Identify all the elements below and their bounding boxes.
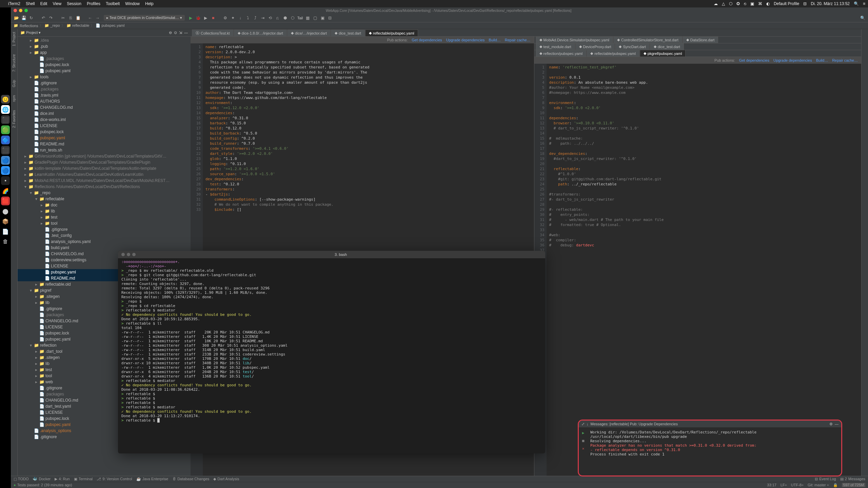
tab[interactable]: ◆ DataStore.dart — [683, 36, 718, 43]
tree-row[interactable]: 📄.gitignore — [18, 80, 191, 86]
dock-terminal[interactable]: ▪ — [1, 176, 10, 185]
tab[interactable]: ◆ dice_test.dart — [331, 29, 365, 36]
gear-icon[interactable]: ⇲ — [179, 30, 182, 35]
tool-icon[interactable]: ⬢ — [282, 15, 288, 21]
tree-row[interactable]: ▸📁test — [18, 214, 191, 220]
hide-icon[interactable]: — — [184, 30, 188, 35]
tree-row[interactable]: ▸📁tools — [18, 74, 191, 80]
event-log-button[interactable]: ⊟ Event Log — [815, 477, 836, 481]
tree-row[interactable]: 📄AUTHORS — [18, 98, 191, 104]
restore-icon[interactable]: ⤢ — [581, 422, 585, 426]
tree-row[interactable]: ▸📁.pub — [18, 43, 191, 49]
dbchanges-button[interactable]: 🛢 Database Changes — [172, 477, 209, 481]
dock-app[interactable]: 🔵 — [1, 156, 10, 165]
menu-icon[interactable]: ≡ — [863, 1, 865, 6]
tool-icon[interactable]: ⬡ — [290, 15, 295, 21]
undo-icon[interactable]: ↶ — [41, 15, 46, 21]
docker-button[interactable]: 🐳 Docker — [33, 477, 51, 481]
breadcrumb-item[interactable]: Reflections — [20, 24, 38, 28]
tab[interactable]: ◆ dice/…/injector.dart — [287, 29, 331, 36]
paste-icon[interactable]: 📋 — [75, 15, 81, 21]
menubar-icon[interactable]: ⎋ — [744, 1, 746, 6]
menubar-icon[interactable]: ◐ — [766, 1, 770, 6]
breadcrumb-item[interactable]: 📄 pubspec.yaml — [96, 23, 124, 28]
tree-row[interactable]: ▸📁tool — [18, 220, 191, 226]
tool-icon[interactable]: ⇥ — [260, 15, 265, 21]
tree-row[interactable]: 📄CHANGELOG.md — [18, 104, 191, 110]
menu-shell[interactable]: Shell — [26, 1, 35, 6]
menubar-icon[interactable]: ⬡ — [729, 1, 732, 6]
tool-icon[interactable]: ⟲ — [268, 15, 273, 21]
tree-row[interactable]: ▸📁lib — [18, 208, 191, 214]
search-icon[interactable]: 🔍 — [860, 15, 865, 21]
tree-row[interactable]: ▸📁app — [18, 49, 191, 56]
run-config-selector[interactable]: ▸ Test DICE problem in ControlledSimulat… — [104, 15, 185, 21]
todo-button[interactable]: ▢ TODO — [14, 477, 28, 481]
close-button[interactable] — [121, 253, 125, 256]
tab[interactable]: ⓚ CollectionsTest.kt — [192, 29, 234, 36]
cut-icon[interactable]: ✂ — [60, 15, 66, 21]
repair-cache-link[interactable]: Repair cache… — [505, 38, 531, 42]
dock-app[interactable]: 📦 — [1, 217, 10, 226]
upgrade-dependencies-link[interactable]: Upgrade dependencies — [773, 58, 812, 62]
breadcrumb-item[interactable]: 📁 _repo — [44, 23, 60, 28]
repair-cache-link[interactable]: Repair cache… — [832, 58, 858, 62]
tool-icon[interactable]: ▣ — [320, 15, 325, 21]
pin-icon[interactable]: ↓ — [587, 422, 589, 426]
redo-icon[interactable]: ↷ — [48, 15, 54, 21]
lock-icon[interactable]: 🔒 — [833, 483, 838, 487]
run-icon[interactable]: ▶ — [188, 15, 194, 21]
get-dependencies-link[interactable]: Get dependencies — [739, 58, 769, 62]
tree-row[interactable]: 📄README.md — [18, 141, 191, 147]
tab[interactable]: ◆ reflection/pubspec.yaml — [536, 50, 587, 57]
app-name[interactable]: iTerm2 — [8, 1, 20, 6]
dock-app[interactable]: 📄 — [1, 227, 10, 236]
gulp-tool-button[interactable]: Gulp — [12, 79, 17, 88]
minimize-button[interactable] — [127, 253, 130, 256]
project-dropdown[interactable]: 📁 Project ▾ — [20, 30, 41, 35]
menu-profiles[interactable]: Profiles — [87, 1, 100, 6]
close-icon[interactable]: ✕ — [582, 446, 585, 451]
dock-app[interactable]: 🟥 — [1, 197, 10, 205]
tree-row[interactable]: 📄.test_config — [18, 232, 191, 239]
tool-icon[interactable]: ▢ — [312, 15, 318, 21]
menubar-icon[interactable]: ✪ — [736, 1, 740, 6]
tree-row[interactable]: 📄analysis_options.yaml — [18, 239, 191, 245]
tab[interactable]: ◆ SyncDart.dart — [615, 43, 649, 50]
open-icon[interactable]: 📂 — [14, 15, 19, 21]
tree-row[interactable]: ▾📁_repo — [18, 190, 191, 196]
dock-app[interactable]: 🔵 — [1, 166, 10, 175]
dock-app[interactable]: ⬛ — [1, 146, 10, 155]
menubar-icon[interactable]: ⌘ — [758, 1, 762, 6]
tree-row[interactable]: ▸📁GitVersionKotlin [git-version] /Volume… — [18, 153, 191, 159]
debug-icon[interactable]: 🐞 — [196, 15, 201, 21]
run-button[interactable]: ▶ 4: Run — [55, 477, 70, 481]
dock-app[interactable]: ⬤ — [1, 207, 10, 216]
dock-app[interactable]: 🔷 — [1, 136, 10, 144]
tab[interactable]: ◆ dice_test.dart — [650, 43, 684, 50]
dock-app[interactable]: ⬛ — [1, 115, 10, 124]
tree-row[interactable]: ▸📁.idea — [18, 37, 191, 43]
maximize-button[interactable] — [24, 9, 28, 12]
menu-view[interactable]: View — [53, 1, 61, 6]
dart-analysis-button[interactable]: ◆ Dart Analysis — [213, 477, 239, 481]
tool-icon[interactable]: ⊟ — [327, 15, 333, 21]
project-tool-button[interactable]: 1: Project — [12, 30, 17, 47]
messages-button[interactable]: ▤ 2 Messages — [840, 477, 865, 481]
npm-tool-button[interactable]: npm — [12, 94, 17, 103]
menu-toolbelt[interactable]: Toolbelt — [106, 1, 120, 6]
stop-icon[interactable]: ■ — [582, 439, 585, 443]
tab[interactable]: ◆ MobiAd.Device.Simulator/pubspec.yaml — [536, 36, 613, 43]
hide-icon[interactable]: — — [835, 422, 839, 426]
target-icon[interactable]: ⊙ — [174, 30, 177, 35]
tree-row[interactable]: 📄.travis.yml — [18, 92, 191, 98]
structure-tool-button[interactable]: 7: Structure — [12, 53, 17, 73]
tree-row[interactable]: ▸📁kotlin-template /Volumes/Daten/DevLoca… — [18, 165, 191, 171]
search-icon[interactable]: 🔍 — [854, 1, 859, 6]
dock-chrome[interactable]: 🌐 — [1, 105, 10, 114]
favorites-tool-button[interactable]: 2: Favorites — [12, 109, 17, 129]
tree-row[interactable]: ▸📁doc — [18, 202, 191, 208]
minimize-button[interactable] — [19, 9, 22, 12]
tree-row[interactable]: ▸📁MobiAd.REST.UI.MDL /Volumes/Daten/DevL… — [18, 178, 191, 184]
breadcrumb-item[interactable]: 📁 reflectable — [66, 23, 90, 28]
